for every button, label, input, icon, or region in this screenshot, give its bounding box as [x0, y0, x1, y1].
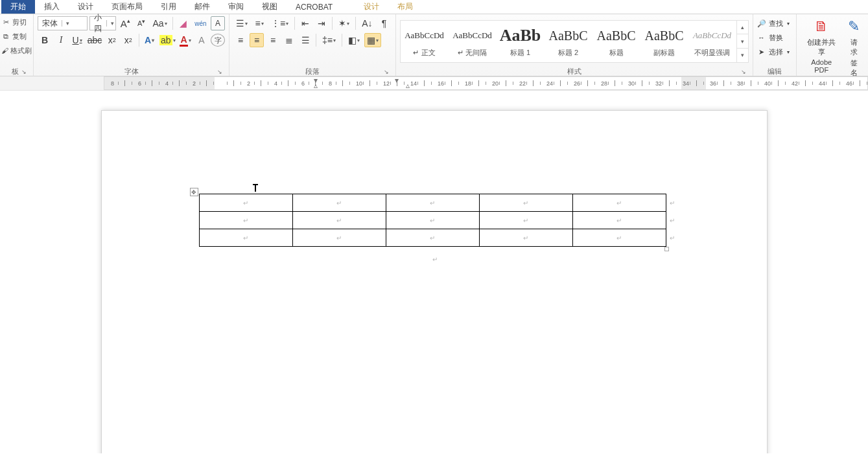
format-painter-button[interactable]: 🖌格式刷 [1, 44, 29, 57]
paragraph-dialog-launcher[interactable] [382, 68, 390, 76]
underline-button[interactable]: U▾ [70, 33, 84, 47]
sort-button[interactable]: A↓ [359, 16, 375, 30]
tab-references[interactable]: 引用 [152, 0, 185, 14]
text-effects-button[interactable]: A▾ [143, 33, 157, 47]
increase-indent-button[interactable]: ⇥ [314, 16, 329, 30]
distributed-button[interactable]: ☰ [298, 33, 312, 47]
align-center-button[interactable]: ≡ [250, 33, 264, 47]
table-cell[interactable]: ↵ [572, 212, 666, 229]
tab-page-layout[interactable]: 页面布局 [102, 0, 152, 14]
tab-mailings[interactable]: 邮件 [185, 0, 219, 14]
tab-design[interactable]: 设计 [69, 0, 102, 14]
ruler-tick: 20 [492, 77, 499, 89]
bullets-button[interactable]: ☰▾ [233, 16, 250, 30]
horizontal-ruler[interactable]: 8642246810121416182022242628303234363840… [104, 76, 868, 90]
align-left-button[interactable]: ≡ [233, 33, 248, 47]
tab-start[interactable]: 开始 [1, 0, 35, 14]
font-dialog-launcher[interactable] [216, 68, 224, 76]
tab-insert[interactable]: 插入 [35, 0, 69, 14]
char-shading-button[interactable]: A [194, 33, 209, 47]
table-cell[interactable]: ↵ [479, 194, 572, 212]
styles-dialog-launcher[interactable] [740, 68, 747, 76]
phonetic-guide-button[interactable]: wén [193, 16, 209, 30]
italic-button[interactable]: I [54, 33, 68, 47]
superscript-button[interactable]: x2 [121, 33, 135, 47]
hanging-indent-marker[interactable]: ▵ [314, 81, 318, 90]
style-item-4[interactable]: AaBbC标题 [592, 21, 640, 62]
table-cell[interactable]: ↵ [199, 212, 292, 229]
table-cell[interactable]: ↵ [292, 212, 386, 229]
borders-button[interactable]: ▦▾ [364, 33, 381, 47]
table-cell[interactable]: ↵ [292, 194, 386, 212]
tab-acrobat[interactable]: ACROBAT [287, 0, 342, 14]
find-button[interactable]: 🔎查找▾ [757, 17, 793, 30]
table-cell[interactable]: ↵ [386, 194, 479, 212]
multilevel-list-button[interactable]: ⋮≡▾ [268, 16, 291, 30]
table-cell[interactable]: ↵ [572, 229, 666, 247]
tab-view[interactable]: 视图 [253, 0, 287, 14]
style-name: 不明显强调 [694, 48, 730, 58]
asian-layout-button[interactable]: ✶▾ [336, 16, 352, 30]
styles-expand[interactable]: ▾ [737, 48, 748, 62]
table-cell[interactable]: ↵ [199, 229, 292, 247]
bold-button[interactable]: B [38, 33, 52, 47]
enclosed-char-button[interactable]: A [211, 16, 225, 30]
font-color-button[interactable]: A▾ [178, 33, 193, 47]
decrease-indent-button[interactable]: ⇤ [298, 16, 312, 30]
styles-scroll-down[interactable]: ▾ [737, 34, 748, 48]
shrink-font-button[interactable]: A▾ [134, 16, 148, 30]
table-row[interactable]: ↵ ↵ ↵ ↵ ↵ [199, 194, 666, 212]
table-cell[interactable]: ↵ [479, 229, 572, 247]
show-marks-button[interactable]: ¶ [377, 16, 392, 30]
font-size-combo[interactable]: 小四▾ [89, 16, 116, 30]
document-table[interactable]: ↵ ↵ ↵ ↵ ↵ ↵ ↵ ↵ ↵ ↵ ↵ ↵ ↵ ↵ ↵ [199, 194, 666, 247]
select-button[interactable]: ➤选择▾ [757, 45, 793, 58]
clear-formatting-button[interactable]: ◢ [176, 16, 191, 30]
tab-table-layout[interactable]: 布局 [388, 0, 422, 14]
table-cell[interactable]: ↵ [386, 212, 479, 229]
highlight-button[interactable]: ab▾ [159, 33, 176, 47]
table-row[interactable]: ↵ ↵ ↵ ↵ ↵ [199, 212, 666, 229]
table-cell[interactable]: ↵ [386, 229, 479, 247]
group-styles: AaBbCcDd↵ 正文AaBbCcDd↵ 无间隔AaBb标题 1AaBbC标题… [396, 14, 753, 76]
document-page[interactable]: ↵ ↵ ↵ ↵ ↵ ↵ ↵ ↵ ↵ ↵ ↵ ↵ ↵ ↵ ↵ ↵ [101, 110, 768, 453]
request-signature-button[interactable]: ✎ 请求 签名 [843, 16, 864, 79]
styles-scroll-up[interactable]: ▴ [737, 21, 748, 34]
style-item-0[interactable]: AaBbCcDd↵ 正文 [401, 21, 449, 62]
replace-button[interactable]: ↔替换 [757, 31, 793, 44]
table-move-handle[interactable] [190, 188, 198, 196]
table-cell[interactable]: ↵ [572, 194, 666, 212]
table-cell[interactable]: ↵ [292, 229, 386, 247]
style-item-5[interactable]: AaBbC副标题 [640, 21, 688, 62]
align-right-button[interactable]: ≡ [266, 33, 280, 47]
right-indent-marker[interactable]: ▵ [406, 81, 410, 90]
ruler-minor-tick [451, 77, 452, 89]
style-item-1[interactable]: AaBbCcDd↵ 无间隔 [449, 21, 497, 62]
tab-table-design[interactable]: 设计 [355, 0, 388, 14]
table-cell[interactable]: ↵ [199, 194, 292, 212]
style-item-2[interactable]: AaBb标题 1 [497, 21, 545, 62]
table-row[interactable]: ↵ ↵ ↵ ↵ ↵ [199, 229, 666, 247]
copy-button[interactable]: ⧉复制 [1, 30, 29, 43]
style-preview: AaBbC [549, 25, 588, 47]
clipboard-dialog-launcher[interactable] [20, 68, 28, 76]
numbering-button[interactable]: ≡▾ [252, 16, 266, 30]
cut-button[interactable]: ✂剪切 [1, 16, 29, 28]
tab-review[interactable]: 审阅 [219, 0, 253, 14]
grow-font-button[interactable]: A▴ [118, 16, 132, 30]
style-item-3[interactable]: AaBbC标题 2 [545, 21, 592, 62]
ruler-tick: 44 [819, 77, 825, 89]
table-cell[interactable]: ↵ [479, 212, 572, 229]
char-border-button[interactable]: 字 [211, 34, 225, 47]
style-item-6[interactable]: AaBbCcDd不明显强调 [688, 21, 736, 62]
change-case-button[interactable]: Aa▾ [150, 16, 169, 30]
shading-button[interactable]: ◧▾ [346, 33, 362, 47]
subscript-button[interactable]: x2 [105, 33, 119, 47]
create-share-pdf-button[interactable]: 🗎 创建并共享 Adobe PDF [801, 16, 842, 75]
line-spacing-button[interactable]: ‡≡▾ [320, 33, 338, 47]
align-justify-button[interactable]: ≣ [282, 33, 296, 47]
tab-stop-marker[interactable]: ▾ [395, 76, 399, 85]
table-resize-handle[interactable] [664, 247, 669, 251]
strikethrough-button[interactable]: abc [86, 33, 103, 47]
font-name-combo[interactable]: 宋体▾ [38, 16, 88, 30]
